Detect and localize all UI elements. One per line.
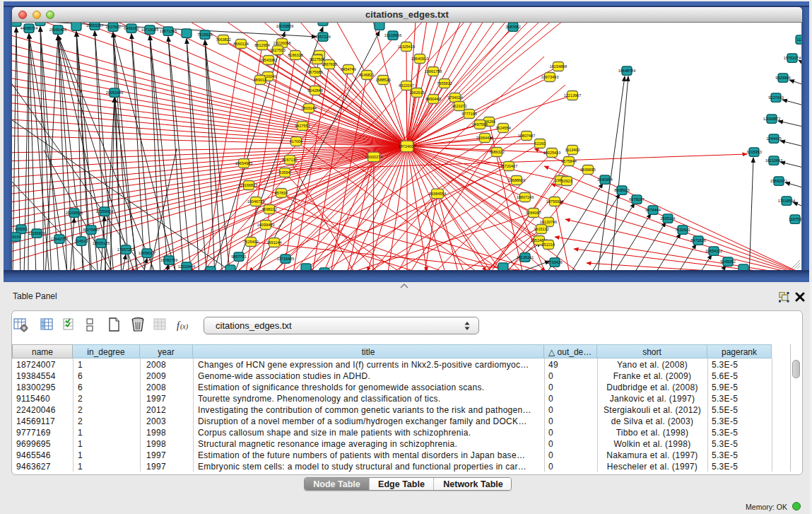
svg-text:9084067: 9084067 [526,211,541,215]
svg-text:23300273: 23300273 [365,155,382,159]
svg-text:116753: 116753 [789,217,801,221]
svg-text:3215953: 3215953 [746,150,761,154]
svg-text:6497568: 6497568 [472,122,487,127]
svg-text:7986322: 7986322 [489,150,504,154]
svg-text:9857791: 9857791 [231,255,246,259]
svg-text:9327503: 9327503 [270,48,285,52]
svg-text:10958107: 10958107 [139,251,155,255]
svg-text:19218506: 19218506 [384,33,401,37]
svg-text:10654112: 10654112 [705,249,722,253]
svg-text:17016504: 17016504 [778,199,795,203]
svg-text:12505135: 12505135 [93,241,110,245]
svg-text:10807487: 10807487 [518,134,535,138]
svg-text:(x): (x) [180,322,189,331]
svg-text:8471626: 8471626 [690,238,705,243]
svg-text:8186328: 8186328 [288,53,302,57]
svg-text:7663822: 7663822 [216,37,230,42]
svg-text:12023446: 12023446 [178,264,195,269]
svg-text:8912954: 8912954 [254,43,269,47]
svg-text:10653267: 10653267 [86,23,103,28]
svg-text:1362615: 1362615 [409,90,424,95]
svg-text:15692971: 15692971 [770,179,787,183]
svg-text:9242848: 9242848 [307,88,322,93]
svg-text:9575844: 9575844 [561,159,576,163]
svg-text:12213967: 12213967 [564,93,581,98]
svg-text:3113400: 3113400 [565,148,579,152]
svg-text:7357224: 7357224 [315,35,330,39]
svg-text:1733426: 1733426 [547,260,562,264]
svg-text:10973493: 10973493 [541,75,558,79]
svg-text:9699695: 9699695 [580,168,595,172]
svg-text:989013: 989013 [254,78,266,82]
svg-text:20091406: 20091406 [49,28,66,32]
svg-text:15720407: 15720407 [500,164,517,168]
svg-text:7955812: 7955812 [437,81,452,86]
svg-text:9227343: 9227343 [768,95,783,100]
svg-text:17359924: 17359924 [96,209,113,214]
svg-text:10961758: 10961758 [425,69,442,74]
svg-text:53594: 53594 [279,170,290,175]
svg-text:12942737: 12942737 [51,237,68,241]
svg-text:7625402: 7625402 [243,240,258,244]
svg-text:3675685: 3675685 [307,70,322,74]
svg-text:8322037: 8322037 [399,83,413,88]
svg-text:16648784: 16648784 [618,69,635,73]
svg-text:2935114: 2935114 [660,216,675,221]
svg-text:9329966: 9329966 [775,76,790,80]
svg-text:6679197: 6679197 [629,197,644,201]
svg-text:10025433: 10025433 [543,151,560,155]
svg-text:20053346: 20053346 [106,90,123,95]
svg-text:9146821: 9146821 [359,73,374,77]
svg-text:3267130: 3267130 [282,158,297,162]
svg-text:2803144: 2803144 [301,106,316,110]
svg-text:8813054: 8813054 [315,23,330,23]
svg-text:44055724: 44055724 [20,26,37,30]
svg-text:19384554: 19384554 [429,192,446,196]
svg-text:15751074: 15751074 [784,56,801,60]
svg-text:13716485: 13716485 [277,257,294,261]
svg-text:30975887: 30975887 [83,228,100,232]
svg-text:7632621: 7632621 [675,228,690,232]
svg-text:17957253: 17957253 [117,247,134,252]
svg-text:8454749: 8454749 [341,67,355,71]
svg-text:18724007: 18724007 [399,144,416,148]
svg-text:50923: 50923 [561,179,572,183]
svg-text:10688609: 10688609 [508,178,525,182]
svg-text:19756924: 19756924 [546,199,563,204]
svg-text:9474444: 9474444 [645,208,660,212]
svg-text:252214: 252214 [542,243,555,247]
svg-text:7515526: 7515526 [197,33,212,37]
svg-text:9327508: 9327508 [310,57,324,62]
svg-text:9794024: 9794024 [447,95,462,100]
svg-text:1621072: 1621072 [452,104,466,108]
svg-text:18807249: 18807249 [517,195,534,199]
svg-text:10671355: 10671355 [160,29,177,33]
svg-text:8990443: 8990443 [425,97,440,101]
svg-text:9777169: 9777169 [461,112,476,116]
svg-text:10719185: 10719185 [141,28,158,32]
svg-text:20206536: 20206536 [66,211,83,215]
svg-text:39154: 39154 [12,235,21,239]
svg-text:10543382: 10543382 [260,58,277,62]
svg-text:8660124: 8660124 [233,42,248,46]
svg-text:1615132: 1615132 [534,227,548,231]
svg-text:20364436: 20364436 [476,136,493,140]
svg-text:9245052: 9245052 [720,259,735,264]
svg-text:10033809: 10033809 [276,24,293,28]
svg-text:3624554: 3624554 [495,126,510,130]
svg-text:8938923: 8938923 [614,188,629,192]
svg-text:14136141: 14136141 [517,255,534,259]
svg-text:1527602: 1527602 [105,25,120,29]
svg-text:16120746: 16120746 [540,220,557,224]
svg-text:62160: 62160 [534,141,545,146]
svg-text:114519: 114519 [75,239,88,243]
svg-text:9427552: 9427552 [295,124,310,128]
svg-text:19654985: 19654985 [235,161,252,165]
svg-text:1588520: 1588520 [375,78,390,82]
svg-text:12093872: 12093872 [763,117,780,121]
svg-text:2687682: 2687682 [505,25,520,29]
svg-text:857833: 857833 [275,191,288,195]
svg-text:19166827: 19166827 [240,183,257,187]
svg-text:13640910: 13640910 [411,57,428,61]
svg-text:16782759: 16782759 [160,258,177,262]
